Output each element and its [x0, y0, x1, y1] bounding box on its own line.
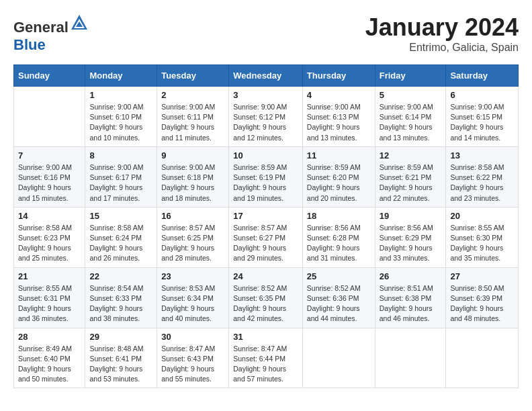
- day-number: 27: [450, 271, 514, 281]
- day-info: Sunrise: 8:52 AM Sunset: 6:36 PM Dayligh…: [307, 283, 371, 324]
- calendar-header-thursday: Thursday: [302, 65, 375, 87]
- calendar-cell: 23Sunrise: 8:53 AM Sunset: 6:34 PM Dayli…: [157, 267, 229, 328]
- calendar-cell: 24Sunrise: 8:52 AM Sunset: 6:35 PM Dayli…: [229, 267, 303, 328]
- day-number: 23: [161, 271, 224, 281]
- logo: General Blue: [13, 13, 89, 54]
- calendar-header-saturday: Saturday: [446, 65, 519, 87]
- calendar-cell: 7Sunrise: 9:00 AM Sunset: 6:16 PM Daylig…: [14, 146, 85, 207]
- day-info: Sunrise: 8:57 AM Sunset: 6:25 PM Dayligh…: [161, 223, 224, 264]
- calendar-cell: [302, 328, 375, 388]
- header: General Blue January 2024 Entrimo, Galic…: [13, 13, 519, 54]
- day-info: Sunrise: 8:58 AM Sunset: 6:23 PM Dayligh…: [18, 223, 81, 264]
- calendar-cell: 27Sunrise: 8:50 AM Sunset: 6:39 PM Dayli…: [446, 267, 519, 328]
- logo-icon: [70, 13, 89, 32]
- day-number: 9: [161, 150, 224, 161]
- calendar-cell: 8Sunrise: 9:00 AM Sunset: 6:17 PM Daylig…: [85, 146, 157, 207]
- day-info: Sunrise: 8:52 AM Sunset: 6:35 PM Dayligh…: [233, 283, 298, 324]
- day-info: Sunrise: 8:59 AM Sunset: 6:19 PM Dayligh…: [233, 163, 298, 203]
- month-title: January 2024: [365, 13, 519, 42]
- day-number: 22: [89, 271, 152, 281]
- day-info: Sunrise: 9:00 AM Sunset: 6:15 PM Dayligh…: [450, 102, 514, 143]
- calendar-cell: 31Sunrise: 8:47 AM Sunset: 6:44 PM Dayli…: [229, 328, 303, 388]
- logo-blue-text: Blue: [13, 36, 46, 53]
- calendar-header-monday: Monday: [85, 65, 157, 87]
- day-info: Sunrise: 9:00 AM Sunset: 6:12 PM Dayligh…: [233, 102, 298, 143]
- calendar-cell: 21Sunrise: 8:55 AM Sunset: 6:31 PM Dayli…: [14, 267, 85, 328]
- calendar-header-sunday: Sunday: [14, 65, 85, 87]
- location-title: Entrimo, Galicia, Spain: [365, 42, 519, 54]
- calendar-cell: [14, 87, 85, 147]
- day-info: Sunrise: 8:48 AM Sunset: 6:41 PM Dayligh…: [89, 344, 152, 385]
- day-number: 4: [307, 90, 371, 100]
- calendar-cell: [375, 328, 446, 388]
- day-info: Sunrise: 8:59 AM Sunset: 6:20 PM Dayligh…: [307, 163, 371, 203]
- calendar-table: SundayMondayTuesdayWednesdayThursdayFrid…: [13, 64, 519, 388]
- calendar-cell: 3Sunrise: 9:00 AM Sunset: 6:12 PM Daylig…: [229, 87, 303, 147]
- day-info: Sunrise: 9:00 AM Sunset: 6:14 PM Dayligh…: [380, 102, 442, 143]
- day-number: 26: [380, 271, 442, 281]
- calendar-cell: 30Sunrise: 8:47 AM Sunset: 6:43 PM Dayli…: [157, 328, 229, 388]
- day-number: 28: [18, 332, 81, 342]
- day-info: Sunrise: 8:49 AM Sunset: 6:40 PM Dayligh…: [18, 344, 81, 385]
- calendar-cell: 19Sunrise: 8:56 AM Sunset: 6:29 PM Dayli…: [375, 207, 446, 267]
- day-info: Sunrise: 9:00 AM Sunset: 6:18 PM Dayligh…: [161, 163, 224, 203]
- day-number: 5: [380, 90, 442, 100]
- calendar-cell: 9Sunrise: 9:00 AM Sunset: 6:18 PM Daylig…: [157, 146, 229, 207]
- calendar-cell: 6Sunrise: 9:00 AM Sunset: 6:15 PM Daylig…: [446, 87, 519, 147]
- calendar-cell: 16Sunrise: 8:57 AM Sunset: 6:25 PM Dayli…: [157, 207, 229, 267]
- day-number: 7: [18, 150, 81, 161]
- day-number: 16: [161, 211, 224, 221]
- day-number: 1: [89, 90, 152, 100]
- day-info: Sunrise: 8:55 AM Sunset: 6:30 PM Dayligh…: [450, 223, 514, 264]
- day-info: Sunrise: 9:00 AM Sunset: 6:13 PM Dayligh…: [307, 102, 371, 143]
- calendar-week-row: 28Sunrise: 8:49 AM Sunset: 6:40 PM Dayli…: [14, 328, 519, 388]
- calendar-cell: 12Sunrise: 8:59 AM Sunset: 6:21 PM Dayli…: [375, 146, 446, 207]
- day-info: Sunrise: 9:00 AM Sunset: 6:17 PM Dayligh…: [89, 163, 152, 203]
- day-info: Sunrise: 8:55 AM Sunset: 6:31 PM Dayligh…: [18, 283, 81, 324]
- day-info: Sunrise: 8:53 AM Sunset: 6:34 PM Dayligh…: [161, 283, 224, 324]
- day-info: Sunrise: 8:57 AM Sunset: 6:27 PM Dayligh…: [233, 223, 298, 264]
- calendar-week-row: 14Sunrise: 8:58 AM Sunset: 6:23 PM Dayli…: [14, 207, 519, 267]
- day-number: 2: [161, 90, 224, 100]
- day-info: Sunrise: 9:00 AM Sunset: 6:16 PM Dayligh…: [18, 163, 81, 203]
- calendar-header-row: SundayMondayTuesdayWednesdayThursdayFrid…: [14, 65, 519, 87]
- calendar-cell: 13Sunrise: 8:58 AM Sunset: 6:22 PM Dayli…: [446, 146, 519, 207]
- calendar-cell: 28Sunrise: 8:49 AM Sunset: 6:40 PM Dayli…: [14, 328, 85, 388]
- day-number: 30: [161, 332, 224, 342]
- calendar-cell: 5Sunrise: 9:00 AM Sunset: 6:14 PM Daylig…: [375, 87, 446, 147]
- day-number: 12: [380, 150, 442, 161]
- day-number: 29: [89, 332, 152, 342]
- logo-general-text: General: [13, 19, 69, 36]
- calendar-cell: 29Sunrise: 8:48 AM Sunset: 6:41 PM Dayli…: [85, 328, 157, 388]
- calendar-header-tuesday: Tuesday: [157, 65, 229, 87]
- day-number: 21: [18, 271, 81, 281]
- calendar-cell: 10Sunrise: 8:59 AM Sunset: 6:19 PM Dayli…: [229, 146, 303, 207]
- day-number: 13: [450, 150, 514, 161]
- calendar-cell: 1Sunrise: 9:00 AM Sunset: 6:10 PM Daylig…: [85, 87, 157, 147]
- day-info: Sunrise: 8:54 AM Sunset: 6:33 PM Dayligh…: [89, 283, 152, 324]
- calendar-week-row: 7Sunrise: 9:00 AM Sunset: 6:16 PM Daylig…: [14, 146, 519, 207]
- day-info: Sunrise: 8:58 AM Sunset: 6:22 PM Dayligh…: [450, 163, 514, 203]
- day-number: 31: [233, 332, 298, 342]
- calendar-header-friday: Friday: [375, 65, 446, 87]
- calendar-cell: 20Sunrise: 8:55 AM Sunset: 6:30 PM Dayli…: [446, 207, 519, 267]
- day-number: 25: [307, 271, 371, 281]
- day-number: 11: [307, 150, 371, 161]
- day-info: Sunrise: 8:56 AM Sunset: 6:29 PM Dayligh…: [380, 223, 442, 264]
- day-info: Sunrise: 8:58 AM Sunset: 6:24 PM Dayligh…: [89, 223, 152, 264]
- day-number: 24: [233, 271, 298, 281]
- calendar-cell: 26Sunrise: 8:51 AM Sunset: 6:38 PM Dayli…: [375, 267, 446, 328]
- calendar-cell: 14Sunrise: 8:58 AM Sunset: 6:23 PM Dayli…: [14, 207, 85, 267]
- day-info: Sunrise: 9:00 AM Sunset: 6:11 PM Dayligh…: [161, 102, 224, 143]
- day-number: 6: [450, 90, 514, 100]
- day-number: 14: [18, 211, 81, 221]
- calendar-cell: 18Sunrise: 8:56 AM Sunset: 6:28 PM Dayli…: [302, 207, 375, 267]
- day-info: Sunrise: 8:47 AM Sunset: 6:43 PM Dayligh…: [161, 344, 224, 385]
- day-info: Sunrise: 8:51 AM Sunset: 6:38 PM Dayligh…: [380, 283, 442, 324]
- calendar-cell: 4Sunrise: 9:00 AM Sunset: 6:13 PM Daylig…: [302, 87, 375, 147]
- day-info: Sunrise: 9:00 AM Sunset: 6:10 PM Dayligh…: [89, 102, 152, 143]
- day-number: 10: [233, 150, 298, 161]
- calendar-cell: 17Sunrise: 8:57 AM Sunset: 6:27 PM Dayli…: [229, 207, 303, 267]
- day-number: 8: [89, 150, 152, 161]
- calendar-week-row: 21Sunrise: 8:55 AM Sunset: 6:31 PM Dayli…: [14, 267, 519, 328]
